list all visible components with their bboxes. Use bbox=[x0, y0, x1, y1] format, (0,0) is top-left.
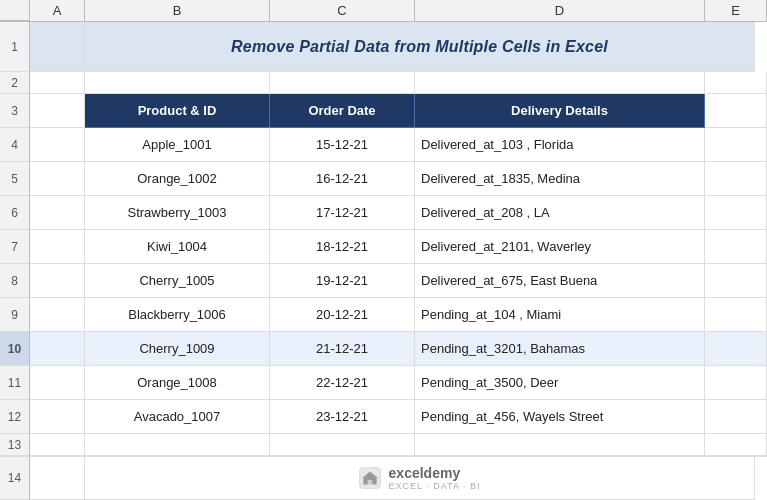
row-8: 8 Cherry_1005 19-12-21 Delivered_at_675,… bbox=[0, 264, 767, 298]
cell-d9[interactable]: Pending_at_104 , Miami bbox=[415, 298, 705, 332]
row-4: 4 Apple_1001 15-12-21 Delivered_at_103 ,… bbox=[0, 128, 767, 162]
cell-c3-header[interactable]: Order Date bbox=[270, 94, 415, 128]
cell-e9[interactable] bbox=[705, 298, 767, 332]
row-num-3: 3 bbox=[0, 94, 30, 128]
cell-a11[interactable] bbox=[30, 366, 85, 400]
cell-a14 bbox=[30, 457, 85, 500]
cell-c13[interactable] bbox=[270, 434, 415, 456]
cell-b9[interactable]: Blackberry_1006 bbox=[85, 298, 270, 332]
cell-a9[interactable] bbox=[30, 298, 85, 332]
watermark-icon bbox=[359, 467, 381, 489]
cell-d5[interactable]: Delivered_at_1835, Medina bbox=[415, 162, 705, 196]
cell-d8[interactable]: Delivered_at_675, East Buena bbox=[415, 264, 705, 298]
cell-a6[interactable] bbox=[30, 196, 85, 230]
cell-e6[interactable] bbox=[705, 196, 767, 230]
cell-title[interactable]: Remove Partial Data from Multiple Cells … bbox=[85, 22, 755, 72]
cell-e12[interactable] bbox=[705, 400, 767, 434]
cell-a10[interactable] bbox=[30, 332, 85, 366]
cell-b6[interactable]: Strawberry_1003 bbox=[85, 196, 270, 230]
cell-a5[interactable] bbox=[30, 162, 85, 196]
cell-d13[interactable] bbox=[415, 434, 705, 456]
watermark-brand-container: exceldemy EXCEL · DATA · BI bbox=[389, 465, 481, 491]
row-num-13: 13 bbox=[0, 434, 30, 456]
col-header-d: D bbox=[415, 0, 705, 21]
cell-d11[interactable]: Pending_at_3500, Deer bbox=[415, 366, 705, 400]
cell-c12[interactable]: 23-12-21 bbox=[270, 400, 415, 434]
cell-b13[interactable] bbox=[85, 434, 270, 456]
cell-d6[interactable]: Delivered_at_208 , LA bbox=[415, 196, 705, 230]
row-6: 6 Strawberry_1003 17-12-21 Delivered_at_… bbox=[0, 196, 767, 230]
row-num-11: 11 bbox=[0, 366, 30, 400]
column-headers: A B C D E bbox=[0, 0, 767, 22]
cell-e2[interactable] bbox=[705, 72, 767, 94]
cell-e13[interactable] bbox=[705, 434, 767, 456]
cell-d2[interactable] bbox=[415, 72, 705, 94]
row-num-7: 7 bbox=[0, 230, 30, 264]
cell-a13[interactable] bbox=[30, 434, 85, 456]
row-7: 7 Kiwi_1004 18-12-21 Delivered_at_2101, … bbox=[0, 230, 767, 264]
cell-a7[interactable] bbox=[30, 230, 85, 264]
row-13: 13 bbox=[0, 434, 767, 456]
cell-a2[interactable] bbox=[30, 72, 85, 94]
corner-cell bbox=[0, 0, 30, 21]
cell-e5[interactable] bbox=[705, 162, 767, 196]
cell-b4[interactable]: Apple_1001 bbox=[85, 128, 270, 162]
row-num-8: 8 bbox=[0, 264, 30, 298]
cell-c4[interactable]: 15-12-21 bbox=[270, 128, 415, 162]
cell-b5[interactable]: Orange_1002 bbox=[85, 162, 270, 196]
cell-b11[interactable]: Orange_1008 bbox=[85, 366, 270, 400]
cell-b7[interactable]: Kiwi_1004 bbox=[85, 230, 270, 264]
data-rows-container: 4 Apple_1001 15-12-21 Delivered_at_103 ,… bbox=[0, 128, 767, 434]
cell-b3-header[interactable]: Product & ID bbox=[85, 94, 270, 128]
cell-e10[interactable] bbox=[705, 332, 767, 366]
row-num-5: 5 bbox=[0, 162, 30, 196]
cell-b8[interactable]: Cherry_1005 bbox=[85, 264, 270, 298]
cell-c6[interactable]: 17-12-21 bbox=[270, 196, 415, 230]
col-header-a: A bbox=[30, 0, 85, 21]
cell-c7[interactable]: 18-12-21 bbox=[270, 230, 415, 264]
watermark-tagline: EXCEL · DATA · BI bbox=[389, 481, 481, 491]
row-num-12: 12 bbox=[0, 400, 30, 434]
row-num-6: 6 bbox=[0, 196, 30, 230]
cell-c10[interactable]: 21-12-21 bbox=[270, 332, 415, 366]
cell-e7[interactable] bbox=[705, 230, 767, 264]
cell-a4[interactable] bbox=[30, 128, 85, 162]
cell-b10[interactable]: Cherry_1009 bbox=[85, 332, 270, 366]
cell-d4[interactable]: Delivered_at_103 , Florida bbox=[415, 128, 705, 162]
cell-d7[interactable]: Delivered_at_2101, Waverley bbox=[415, 230, 705, 264]
cell-d3-header[interactable]: Delivery Details bbox=[415, 94, 705, 128]
grid-body: 1 Remove Partial Data from Multiple Cell… bbox=[0, 22, 767, 500]
cell-e3[interactable] bbox=[705, 94, 767, 128]
cell-a8[interactable] bbox=[30, 264, 85, 298]
cell-c8[interactable]: 19-12-21 bbox=[270, 264, 415, 298]
row-num-2: 2 bbox=[0, 72, 30, 94]
cell-c2[interactable] bbox=[270, 72, 415, 94]
cell-a3[interactable] bbox=[30, 94, 85, 128]
cell-e4[interactable] bbox=[705, 128, 767, 162]
row-num-1: 1 bbox=[0, 22, 30, 72]
cell-b12[interactable]: Avacado_1007 bbox=[85, 400, 270, 434]
row-14: 14 exceldemy EXCEL · DATA · BI bbox=[0, 456, 767, 500]
cell-d12[interactable]: Pending_at_456, Wayels Street bbox=[415, 400, 705, 434]
row-num-14: 14 bbox=[0, 457, 30, 500]
cell-a1[interactable] bbox=[30, 22, 85, 72]
svg-rect-2 bbox=[368, 480, 371, 484]
cell-a12[interactable] bbox=[30, 400, 85, 434]
row-3: 3 Product & ID Order Date Delivery Detai… bbox=[0, 94, 767, 128]
cell-c11[interactable]: 22-12-21 bbox=[270, 366, 415, 400]
cell-d10[interactable]: Pending_at_3201, Bahamas bbox=[415, 332, 705, 366]
row-num-10: 10 bbox=[0, 332, 30, 366]
col-header-b: B bbox=[85, 0, 270, 21]
watermark-cell: exceldemy EXCEL · DATA · BI bbox=[85, 457, 755, 500]
cell-e8[interactable] bbox=[705, 264, 767, 298]
row-5: 5 Orange_1002 16-12-21 Delivered_at_1835… bbox=[0, 162, 767, 196]
row-12: 12 Avacado_1007 23-12-21 Pending_at_456,… bbox=[0, 400, 767, 434]
row-num-4: 4 bbox=[0, 128, 30, 162]
row-num-9: 9 bbox=[0, 298, 30, 332]
cell-c5[interactable]: 16-12-21 bbox=[270, 162, 415, 196]
row-9: 9 Blackberry_1006 20-12-21 Pending_at_10… bbox=[0, 298, 767, 332]
row-11: 11 Orange_1008 22-12-21 Pending_at_3500,… bbox=[0, 366, 767, 400]
cell-e11[interactable] bbox=[705, 366, 767, 400]
cell-c9[interactable]: 20-12-21 bbox=[270, 298, 415, 332]
cell-b2[interactable] bbox=[85, 72, 270, 94]
